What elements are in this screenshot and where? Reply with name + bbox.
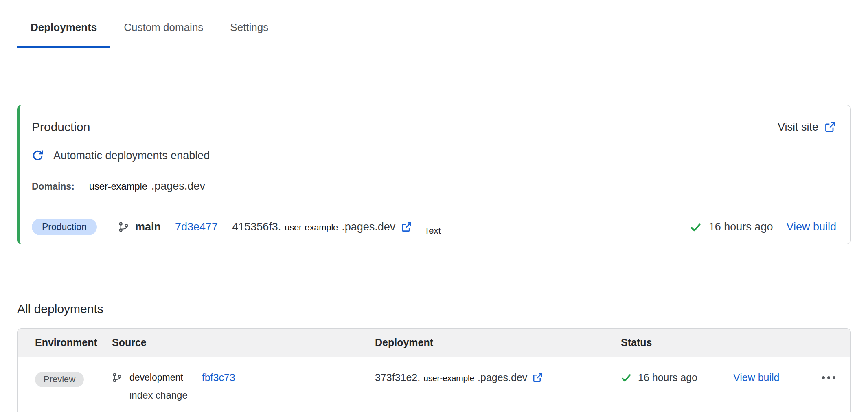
production-card: Production Visit site Automatic deployme… (17, 105, 851, 244)
deployment-url-link[interactable]: 415356f3. user-example .pages.dev (232, 221, 412, 233)
deployment-url-prefix: 373f31e2. (375, 372, 420, 384)
branch-name: main (135, 221, 161, 233)
all-deployments-title: All deployments (17, 302, 851, 316)
source-branch: main (118, 221, 161, 233)
production-deployment-row: Production main 7d3e477 415356f3. user-e… (20, 210, 850, 244)
branch-name: development (129, 372, 183, 383)
deployment-url-suffix: .pages.dev (342, 221, 395, 233)
deployment-url-prefix: 415356f3. (232, 221, 281, 233)
refresh-icon (32, 150, 44, 162)
deployment-time: 16 hours ago (709, 221, 773, 233)
view-build-link[interactable]: View build (786, 221, 836, 233)
tab-bar: Deployments Custom domains Settings (17, 9, 851, 48)
tab-deployments[interactable]: Deployments (17, 9, 110, 48)
deployment-status: 16 hours ago View build (690, 221, 836, 233)
tab-settings[interactable]: Settings (217, 9, 282, 48)
deployment-time: 16 hours ago (638, 372, 697, 384)
cell-source: development fbf3c73 index change (112, 372, 375, 412)
visit-site-label: Visit site (778, 121, 818, 134)
table-header-row: Environment Source Deployment Status (18, 329, 850, 357)
deployments-table: Environment Source Deployment Status Pre… (17, 328, 851, 412)
commit-link[interactable]: 7d3e477 (175, 221, 218, 233)
deployment-annotation: Text (424, 226, 441, 236)
more-options-icon (833, 376, 835, 379)
domain-suffix: .pages.dev (151, 180, 205, 193)
commit-message: index change (129, 390, 375, 401)
success-check-icon (690, 221, 701, 233)
more-options-icon (827, 376, 830, 379)
success-check-icon (621, 373, 631, 383)
production-card-title: Production (32, 120, 90, 134)
external-link-icon (533, 373, 543, 383)
automatic-deployments-text: Automatic deployments enabled (53, 149, 210, 162)
deployment-url-suffix: .pages.dev (478, 372, 527, 384)
more-options-button[interactable] (821, 374, 836, 381)
column-header-source: Source (112, 337, 375, 348)
git-branch-icon (112, 373, 122, 383)
column-header-deployment: Deployment (375, 337, 621, 348)
cell-deployment: 373f31e2. user-example .pages.dev (375, 372, 621, 412)
domains-row: Domains: user-example .pages.dev (32, 180, 836, 210)
more-options-icon (822, 376, 825, 379)
external-link-icon (824, 121, 836, 133)
deployment-url-name: user-example (285, 222, 338, 233)
view-build-link[interactable]: View build (733, 372, 780, 384)
column-header-environment: Environment (35, 337, 112, 348)
environment-badge-production: Production (32, 219, 97, 235)
deployment-url-name: user-example (423, 373, 474, 383)
environment-badge-preview: Preview (35, 372, 84, 387)
cell-status: 16 hours ago View build (621, 372, 836, 384)
domains-label: Domains: (32, 181, 75, 192)
deployments-page: Deployments Custom domains Settings Prod… (0, 9, 868, 412)
external-link-icon (401, 221, 412, 232)
column-header-status: Status (621, 337, 836, 348)
git-branch-icon (118, 221, 129, 232)
table-row: Preview development fbf3c73 index change (18, 357, 850, 412)
cell-environment: Preview (35, 372, 112, 412)
visit-site-link[interactable]: Visit site (778, 121, 836, 134)
tab-custom-domains[interactable]: Custom domains (110, 9, 217, 48)
commit-link[interactable]: fbf3c73 (202, 372, 235, 384)
deployment-url-link[interactable]: 373f31e2. user-example .pages.dev (375, 372, 543, 384)
domain-name: user-example (89, 181, 147, 192)
production-card-body: Production Visit site Automatic deployme… (20, 105, 850, 210)
automatic-deployments-status: Automatic deployments enabled (32, 149, 836, 162)
